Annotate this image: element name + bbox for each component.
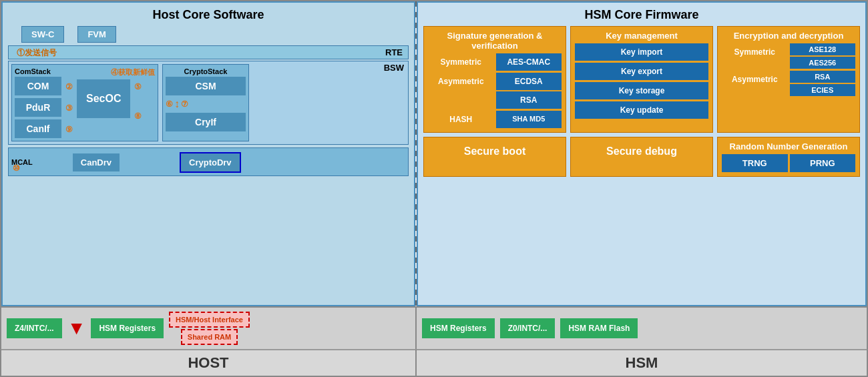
fvm-box: FVM bbox=[77, 26, 116, 43]
secoc-col: SecOC bbox=[77, 79, 130, 118]
signature-panel-title: Signature generation & verification bbox=[428, 31, 562, 51]
com-block: COM bbox=[15, 77, 61, 95]
hsm-bottom-panels: Secure boot Secure debug Random Number G… bbox=[423, 137, 860, 177]
rsa-sig-cell: RSA bbox=[496, 91, 562, 109]
hsm-footer-label: HSM bbox=[417, 350, 867, 376]
canif-block: CanIf bbox=[15, 119, 61, 138]
key-update-cell: Key update bbox=[575, 101, 708, 119]
csm-block: CSM bbox=[166, 77, 246, 95]
cryptodrv-block: CryptoDrv bbox=[180, 152, 241, 173]
sw-fvm-row: SW-C FVM bbox=[21, 26, 409, 43]
mcal-area: MCAL CanDrv CryptoDrv ⑩ bbox=[8, 147, 409, 176]
num8: ⑧ bbox=[134, 111, 142, 121]
hsm-host-interface-box: HSM/Host Interface bbox=[169, 312, 250, 328]
num5: ⑤ bbox=[134, 82, 142, 91]
num3: ③ bbox=[65, 103, 73, 113]
enc-panel: Encryption and decryption Symmetric ASE1… bbox=[717, 26, 860, 133]
left-stack: COM PduR CanIf bbox=[15, 77, 61, 138]
footer-row: HOST HSM bbox=[0, 349, 868, 377]
key-storage-cell: Key storage bbox=[575, 82, 708, 99]
cryif-block: CryIf bbox=[166, 113, 246, 131]
secoc-block: SecOC bbox=[77, 79, 130, 118]
key-mgmt-title: Key management bbox=[575, 31, 708, 41]
num7: ⑦ bbox=[181, 99, 188, 109]
key-list: Key import Key export Key storage Key up… bbox=[575, 43, 708, 119]
secure-boot-title: Secure boot bbox=[428, 145, 562, 157]
canif-row: CanIf bbox=[15, 119, 61, 138]
pdur-row: PduR bbox=[15, 98, 61, 117]
bottom-host: Z4/INTC/... ▼ HSM Registers HSM/Host Int… bbox=[1, 308, 415, 349]
symmetric-cell: Symmetric bbox=[428, 53, 494, 71]
key-import-cell: Key import bbox=[575, 43, 708, 61]
secure-debug-title: Secure debug bbox=[575, 145, 708, 157]
aes-cmac-cell: AES-CMAC bbox=[496, 53, 562, 71]
enc-rsa-cell: RSA bbox=[790, 71, 856, 83]
key-mgmt-panel: Key management Key import Key export Key… bbox=[570, 26, 713, 133]
enc-grid: Symmetric ASE128 AES256 Asymmetric RSA E… bbox=[722, 43, 855, 96]
bottom-hsm: HSM Registers Z0/INTC/... HSM RAM Flash bbox=[417, 308, 867, 349]
asymmetric-cell: Asymmetric bbox=[428, 73, 494, 109]
signal-label: ①发送信号 bbox=[17, 47, 57, 59]
ecdsa-cell: ECDSA bbox=[496, 73, 562, 90]
hsm-reg-right-box: HSM Registers bbox=[422, 318, 495, 338]
hash-cell: HASH bbox=[428, 111, 494, 128]
red-arrow-down: ▼ bbox=[67, 318, 86, 339]
sig-grid: Symmetric AES-CMAC Asymmetric ECDSA RSA … bbox=[428, 53, 562, 128]
host-footer-label: HOST bbox=[1, 350, 415, 376]
host-side: Host Core Software SW-C FVM ①发送信号 RTE BS… bbox=[1, 1, 415, 306]
sha-md5-cell: SHA MD5 bbox=[496, 111, 562, 128]
hsm-ram-flash-box: HSM RAM Flash bbox=[560, 318, 638, 338]
enc-asymmetric-cell: Asymmetric bbox=[722, 71, 788, 96]
secure-debug-panel: Secure debug bbox=[570, 137, 713, 177]
enc-panel-title: Encryption and decryption bbox=[722, 31, 855, 41]
interface-area: HSM/Host Interface Shared RAM bbox=[169, 312, 250, 345]
candrv-block: CanDrv bbox=[73, 153, 120, 171]
cryptostack-label: CryptoStack bbox=[166, 67, 246, 75]
page-wrapper: Host Core Software SW-C FVM ①发送信号 RTE BS… bbox=[0, 0, 868, 377]
num2: ② bbox=[65, 82, 73, 91]
hsm-top-panels: Signature generation & verification Symm… bbox=[423, 26, 860, 133]
prng-cell: PRNG bbox=[790, 154, 856, 172]
z4-intc-box: Z4/INTC/... bbox=[7, 318, 62, 338]
num10: ⑩ bbox=[13, 163, 20, 173]
bsw-inner: ComStack ④获取新鲜值 COM PduR bbox=[11, 64, 405, 141]
aes256-cell: AES256 bbox=[790, 57, 856, 69]
com-row: COM bbox=[15, 77, 61, 95]
rng-grid: TRNG PRNG bbox=[722, 154, 855, 172]
rte-label: RTE bbox=[385, 47, 403, 57]
comstack-content: COM PduR CanIf ② bbox=[15, 77, 155, 138]
aes128-cell: ASE128 bbox=[790, 43, 856, 55]
num9: ⑨ bbox=[65, 125, 73, 134]
key-export-cell: Key export bbox=[575, 63, 708, 80]
enc-symmetric-cell: Symmetric bbox=[722, 43, 788, 69]
content-row: Host Core Software SW-C FVM ①发送信号 RTE BS… bbox=[0, 0, 868, 308]
cryptostack-area: CryptoStack CSM ⑥ ↕ ⑦ CryIf bbox=[162, 64, 249, 141]
host-title: Host Core Software bbox=[8, 8, 409, 22]
asym-right: ECDSA RSA bbox=[496, 73, 562, 109]
pdur-block: PduR bbox=[15, 98, 61, 117]
secure-boot-panel: Secure boot bbox=[423, 137, 566, 177]
num6: ⑥ bbox=[166, 99, 173, 109]
rte-bar: ①发送信号 RTE bbox=[8, 45, 409, 59]
rng-title: Random Number Generation bbox=[722, 141, 855, 151]
hsm-side: HSM Core Firmware Signature generation &… bbox=[417, 1, 867, 306]
sw-c-box: SW-C bbox=[21, 26, 64, 43]
shared-ram-box: Shared RAM bbox=[181, 329, 238, 345]
num6-row: ⑥ ↕ ⑦ bbox=[166, 98, 246, 110]
signature-panel: Signature generation & verification Symm… bbox=[423, 26, 566, 133]
enc-sym-right: ASE128 AES256 bbox=[790, 43, 856, 69]
hsm-reg-left-box: HSM Registers bbox=[91, 318, 164, 338]
mid-arrows: ⑤ ⑧ bbox=[134, 77, 142, 121]
bottom-row: Z4/INTC/... ▼ HSM Registers HSM/Host Int… bbox=[0, 308, 868, 349]
hsm-title: HSM Core Firmware bbox=[423, 8, 860, 22]
enc-asym-right: RSA ECIES bbox=[790, 71, 856, 96]
bsw-area: BSW ComStack ④获取新鲜值 COM PduR bbox=[8, 61, 409, 145]
comstack-area: ComStack ④获取新鲜值 COM PduR bbox=[11, 64, 158, 141]
ecies-cell: ECIES bbox=[790, 84, 856, 96]
z0-intc-box: Z0/INTC/... bbox=[500, 318, 556, 338]
rng-panel: Random Number Generation TRNG PRNG bbox=[717, 137, 860, 177]
number-labels: ② ③ ⑨ bbox=[65, 77, 73, 134]
trng-cell: TRNG bbox=[722, 154, 788, 172]
fresh-label: ④获取新鲜值 bbox=[111, 67, 155, 77]
